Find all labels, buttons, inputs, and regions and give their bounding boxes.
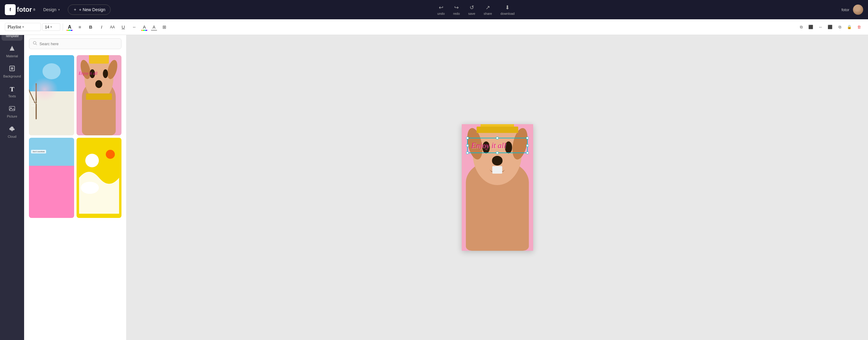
font-size-value: 14 bbox=[45, 25, 49, 29]
search-icon bbox=[33, 41, 37, 47]
card1-blossoms bbox=[31, 78, 58, 101]
sidebar-item-material[interactable]: Material bbox=[1, 42, 23, 61]
font-size-selector[interactable]: 14 ▾ bbox=[42, 23, 60, 31]
more-text-options-button[interactable]: ⊞ bbox=[159, 22, 169, 32]
font-size-aa-icon: AA bbox=[110, 25, 115, 29]
svg-rect-6 bbox=[11, 67, 13, 70]
material-icon bbox=[9, 45, 16, 53]
card2-dog-body bbox=[82, 81, 116, 135]
new-design-button[interactable]: ＋ + New Design bbox=[68, 4, 111, 15]
text-bg-color-bar bbox=[151, 30, 157, 31]
grid-icon: ⊞ bbox=[162, 24, 166, 30]
template-card-1-inner: Think it Want it Get it bbox=[29, 55, 74, 135]
picture-icon bbox=[9, 105, 16, 113]
italic-button[interactable]: I bbox=[97, 22, 106, 32]
template-grid: Think it Want it Get it bbox=[24, 53, 126, 170]
font-size-aa-button[interactable]: AA bbox=[107, 22, 117, 32]
bold-icon: B bbox=[89, 24, 93, 30]
font-family-selector[interactable]: Playlist ▾ bbox=[5, 23, 41, 31]
text-align-icon: ≡ bbox=[79, 24, 82, 30]
logo-text: fotor bbox=[17, 6, 32, 13]
cloud-label: Cloud bbox=[8, 135, 17, 138]
card1-text: Think it Want it Get it bbox=[31, 100, 37, 107]
design-label: Design bbox=[43, 7, 56, 12]
svg-point-10 bbox=[33, 41, 36, 44]
card2-dog-head bbox=[85, 56, 113, 100]
search-box[interactable] bbox=[29, 38, 121, 49]
text-color-a-icon: A bbox=[68, 24, 71, 30]
card2-hat-brim bbox=[86, 93, 112, 100]
card4-circle-1 bbox=[85, 154, 99, 167]
design-menu-button[interactable]: Design ▾ bbox=[40, 5, 63, 14]
sidebar-item-background[interactable]: Background bbox=[1, 62, 23, 81]
search-input[interactable] bbox=[39, 41, 118, 46]
card4-circle-2 bbox=[106, 150, 115, 159]
text-align-button[interactable]: ≡ bbox=[75, 22, 85, 32]
canvas-area: Enjoy it all bbox=[127, 35, 434, 170]
card2-background: Enjoy it all bbox=[76, 55, 122, 135]
fotor-logo[interactable]: f fotor® bbox=[5, 4, 35, 15]
font-size-chevron-icon: ▾ bbox=[50, 25, 52, 29]
card2-enjoy-text: Enjoy it all bbox=[79, 71, 97, 76]
text-color-button[interactable]: A bbox=[65, 23, 74, 31]
letter-spacing-button[interactable]: ↔ bbox=[129, 22, 139, 32]
template-card-4[interactable] bbox=[76, 138, 122, 170]
sidebar-item-picture[interactable]: Picture bbox=[1, 102, 23, 121]
highlight-color-button[interactable]: A bbox=[140, 23, 149, 31]
separator-1 bbox=[63, 24, 63, 31]
underline-button[interactable]: U bbox=[119, 22, 128, 32]
top-navigation: f fotor® Design ▾ ＋ + New Design ↩ undo … bbox=[0, 0, 434, 19]
center-toolbar: ↩ undo ↪ redo ↺ save ↗ share ⬇ download bbox=[116, 4, 434, 16]
cloud-icon bbox=[9, 125, 16, 133]
text-bg-color-button[interactable]: A bbox=[150, 23, 158, 31]
letter-spacing-icon: ↔ bbox=[132, 25, 136, 29]
template-card-2-inner: Enjoy it all bbox=[76, 55, 122, 135]
template-card-4-inner bbox=[76, 138, 122, 170]
sidebar-item-texts[interactable]: T Texts bbox=[1, 82, 23, 101]
card3-text: Don't overthink bbox=[31, 150, 46, 153]
left-sidebar: Template Material Background T Texts bbox=[0, 19, 24, 170]
texts-icon: T bbox=[10, 85, 14, 93]
highlight-color-bar bbox=[141, 30, 147, 31]
template-card-3[interactable]: Don't overthink bbox=[29, 138, 74, 170]
bold-button[interactable]: B bbox=[86, 22, 96, 32]
card4-background bbox=[76, 138, 122, 170]
template-card-1[interactable]: Think it Want it Get it bbox=[29, 55, 74, 135]
card1-background: Think it Want it Get it bbox=[29, 55, 74, 135]
highlight-icon: A bbox=[143, 24, 146, 30]
sidebar-item-cloud[interactable]: Cloud bbox=[1, 122, 23, 142]
texts-label: Texts bbox=[8, 94, 16, 98]
template-panel: Mobile Wallpaper bbox=[24, 19, 127, 170]
picture-label: Picture bbox=[7, 115, 17, 118]
card4-wave-svg bbox=[76, 166, 122, 170]
card1-cloud bbox=[42, 63, 61, 79]
new-design-label: + New Design bbox=[79, 7, 105, 12]
material-label: Material bbox=[6, 54, 18, 58]
svg-line-11 bbox=[36, 44, 37, 45]
text-color-bar bbox=[67, 30, 73, 31]
template-card-3-inner: Don't overthink bbox=[29, 138, 74, 170]
background-icon bbox=[9, 65, 16, 73]
card2-eye-r bbox=[103, 69, 108, 78]
template-card-2[interactable]: Enjoy it all bbox=[76, 55, 122, 135]
background-label: Background bbox=[3, 74, 21, 78]
italic-icon: I bbox=[101, 24, 102, 30]
font-name-label: Playlist bbox=[7, 24, 21, 30]
card3-background: Don't overthink bbox=[29, 138, 74, 170]
design-chevron-icon: ▾ bbox=[58, 8, 60, 12]
underline-icon: U bbox=[122, 24, 125, 30]
svg-rect-7 bbox=[9, 106, 15, 111]
font-family-chevron-icon: ▾ bbox=[22, 25, 24, 29]
format-bar: Playlist ▾ 14 ▾ A ≡ B I AA U ↔ A A ⊞ bbox=[0, 19, 434, 35]
new-design-plus-icon: ＋ bbox=[73, 7, 77, 12]
logo-icon: f bbox=[5, 4, 16, 15]
svg-marker-4 bbox=[10, 46, 14, 51]
card2-nose bbox=[95, 80, 102, 88]
text-bg-icon: A bbox=[153, 25, 155, 30]
card2-hat bbox=[89, 55, 109, 64]
